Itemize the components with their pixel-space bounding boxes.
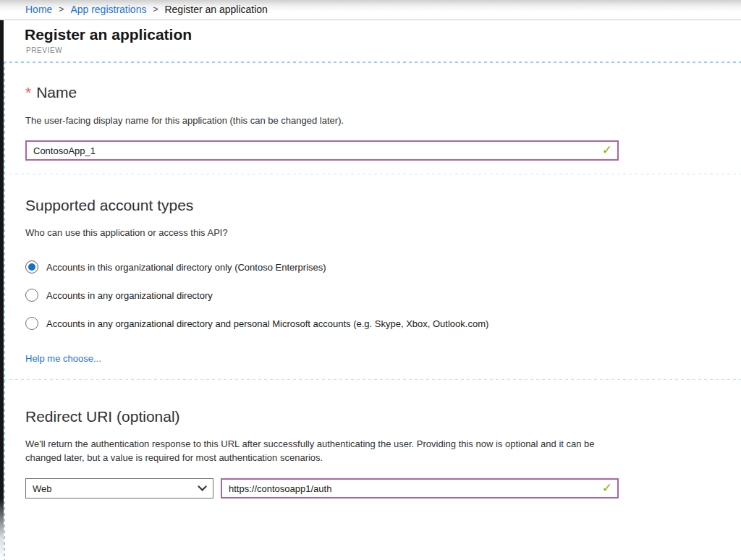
breadcrumb-app-registrations-link[interactable]: App registrations: [70, 4, 146, 15]
radio-option-label: Accounts in this organizational director…: [46, 262, 326, 273]
redirect-type-selected-value: Web: [33, 483, 52, 494]
blade-left-dashed-border: [4, 61, 5, 560]
breadcrumb-home-link[interactable]: Home: [25, 4, 52, 15]
register-application-blade: Home > App registrations > Register an a…: [0, 0, 741, 560]
breadcrumb-separator: >: [153, 4, 158, 14]
breadcrumb-bar: Home > App registrations > Register an a…: [0, 0, 741, 20]
radio-button-icon: [25, 317, 38, 330]
name-section-description: The user-facing display name for this ap…: [25, 115, 344, 126]
page-title: Register an application: [25, 26, 192, 43]
radio-button-icon: [25, 289, 38, 302]
account-types-section-title: Supported account types: [25, 197, 193, 214]
redirect-uri-input[interactable]: https://contosoapp1/auth ✓: [221, 478, 619, 499]
preview-badge: PREVIEW: [26, 46, 62, 54]
radio-option-this-directory[interactable]: Accounts in this organizational director…: [25, 260, 326, 273]
app-name-input-value: ContosoApp_1: [33, 145, 96, 156]
valid-checkmark-icon: ✓: [602, 143, 612, 158]
section-divider: [4, 174, 741, 174]
chevron-down-icon: [198, 482, 207, 491]
section-divider: [4, 379, 741, 380]
breadcrumb-current-page: Register an application: [164, 4, 267, 15]
blade-top-dashed-border: [4, 61, 741, 63]
radio-option-any-directory[interactable]: Accounts in any organizational directory: [25, 289, 213, 302]
radio-button-icon: [25, 260, 38, 273]
account-types-question: Who can use this application or access t…: [25, 227, 228, 238]
app-name-input[interactable]: ContosoApp_1 ✓: [25, 140, 619, 161]
radio-option-label: Accounts in any organizational directory: [46, 290, 213, 301]
redirect-type-select[interactable]: Web: [25, 478, 213, 499]
breadcrumb-separator: >: [59, 4, 64, 14]
radio-option-any-directory-personal[interactable]: Accounts in any organizational directory…: [25, 317, 488, 330]
radio-option-label: Accounts in any organizational directory…: [46, 318, 488, 329]
redirect-uri-description: We'll return the authentication response…: [25, 437, 615, 464]
name-section-title: *Name: [25, 84, 77, 101]
redirect-uri-section-title: Redirect URI (optional): [25, 408, 180, 425]
required-marker: *: [25, 84, 31, 101]
breadcrumb: Home > App registrations > Register an a…: [25, 4, 268, 15]
help-me-choose-link[interactable]: Help me choose...: [25, 353, 101, 364]
redirect-uri-input-value: https://contosoapp1/auth: [229, 483, 331, 494]
name-section-title-text: Name: [36, 84, 77, 101]
valid-checkmark-icon: ✓: [602, 480, 612, 496]
